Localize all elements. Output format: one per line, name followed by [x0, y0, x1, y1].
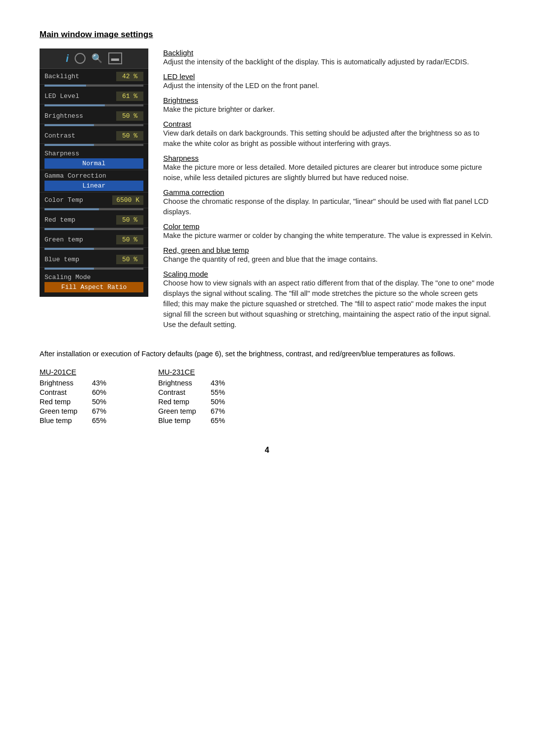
desc-sharpness: Sharpness Make the picture more or less …	[163, 154, 494, 183]
color-temp-label: Color Temp	[44, 196, 83, 204]
desc-backlight: Backlight Adjust the intensity of the ba…	[163, 48, 494, 67]
green-temp-bar-fill	[44, 248, 94, 250]
mu201-green-value: 67%	[92, 407, 114, 415]
led-level-bar-fill	[44, 104, 105, 106]
desc-contrast-title: Contrast	[163, 120, 191, 128]
desc-brightness-title: Brightness	[163, 96, 198, 104]
brightness-row: Brightness 50 %	[40, 108, 148, 126]
circle-icon	[75, 53, 86, 64]
red-temp-bar	[44, 228, 143, 230]
desc-rgb-title: Red, green and blue temp	[163, 246, 249, 254]
bottom-section: After installation or execution of Facto…	[40, 349, 494, 426]
contrast-bar	[44, 144, 143, 146]
green-temp-bar	[44, 248, 143, 250]
desc-backlight-title: Backlight	[163, 48, 193, 57]
desc-gamma-text: Choose the chromatic response of the dis…	[163, 197, 489, 216]
main-content: i 🔍 ▬ Backlight 42 % LED Level 61 %	[40, 48, 494, 335]
mu231-blue-value: 65%	[211, 417, 233, 425]
desc-contrast-text: View dark details on dark backgrounds. T…	[163, 129, 479, 147]
backlight-value: 42 %	[116, 72, 143, 81]
desc-gamma: Gamma correction Choose the chromatic re…	[163, 188, 494, 217]
gamma-label: Gamma Correction	[44, 172, 143, 180]
desc-brightness-text: Make the picture brighter or darker.	[163, 105, 275, 113]
scaling-mode-value: Fill Aspect Ratio	[44, 282, 143, 292]
mu231-green-label: Green temp	[158, 407, 203, 415]
mu201-green-row: Green temp 67%	[40, 407, 119, 415]
color-temp-value: 6500 K	[112, 195, 143, 205]
gamma-row: Gamma Correction Linear	[40, 170, 148, 192]
blue-temp-value: 50 %	[116, 255, 143, 264]
mu201-contrast-value: 60%	[92, 388, 114, 396]
mu231-blue-label: Blue temp	[158, 417, 203, 425]
mu231-title: MU-231CE	[158, 368, 237, 376]
red-temp-label: Red temp	[44, 216, 75, 224]
brightness-label: Brightness	[44, 112, 83, 120]
contrast-bar-fill	[44, 144, 94, 146]
contrast-value: 50 %	[116, 131, 143, 141]
mu231-contrast-value: 55%	[211, 388, 233, 396]
color-temp-bar	[44, 208, 143, 210]
desc-gamma-title: Gamma correction	[163, 188, 224, 196]
sharpness-label: Sharpness	[44, 150, 143, 157]
backlight-bar-fill	[44, 85, 86, 87]
gamma-value: Linear	[44, 181, 143, 191]
blue-temp-bar	[44, 268, 143, 270]
mu231-brightness-value: 43%	[211, 379, 233, 387]
blue-temp-label: Blue temp	[44, 256, 79, 263]
search-icon: 🔍	[91, 53, 102, 64]
color-temp-row: Color Temp 6500 K	[40, 192, 148, 210]
desc-colortemp-text: Make the picture warmer or colder by cha…	[163, 232, 492, 239]
contrast-label: Contrast	[44, 132, 75, 140]
red-temp-bar-fill	[44, 228, 94, 230]
contrast-row: Contrast 50 %	[40, 128, 148, 146]
red-temp-row: Red temp 50 %	[40, 212, 148, 230]
mu201-blue-row: Blue temp 65%	[40, 417, 119, 425]
mu201-red-row: Red temp 50%	[40, 398, 119, 406]
mu201-red-label: Red temp	[40, 398, 84, 406]
desc-backlight-text: Adjust the intensity of the backlight of…	[163, 58, 469, 66]
desc-contrast: Contrast View dark details on dark backg…	[163, 120, 494, 149]
mu201-brightness-row: Brightness 43%	[40, 379, 119, 387]
scaling-mode-label: Scaling Mode	[44, 274, 143, 281]
mu231-contrast-label: Contrast	[158, 388, 203, 396]
mu201-red-value: 50%	[92, 398, 114, 406]
info-icon: i	[66, 53, 69, 64]
mu201-blue-label: Blue temp	[40, 417, 84, 425]
blue-temp-row: Blue temp 50 %	[40, 252, 148, 270]
led-level-value: 61 %	[116, 92, 143, 101]
sharpness-row: Sharpness Normal	[40, 148, 148, 170]
desc-sharpness-title: Sharpness	[163, 154, 199, 162]
desc-colortemp: Color temp Make the picture warmer or co…	[163, 222, 494, 241]
mu231-red-value: 50%	[211, 398, 233, 406]
mu231-contrast-row: Contrast 55%	[158, 388, 237, 396]
ui-panel-header: i 🔍 ▬	[40, 48, 148, 69]
mu231-green-row: Green temp 67%	[158, 407, 237, 415]
mu231-blue-row: Blue temp 65%	[158, 417, 237, 425]
desc-led-text: Adjust the intensity of the LED on the f…	[163, 82, 319, 90]
page-title: Main window image settings	[40, 30, 494, 40]
led-level-row: LED Level 61 %	[40, 89, 148, 106]
menu-icon: ▬	[108, 52, 122, 64]
brightness-bar-fill	[44, 124, 94, 126]
backlight-row: Backlight 42 %	[40, 69, 148, 87]
red-temp-value: 50 %	[116, 215, 143, 225]
green-temp-value: 50 %	[116, 235, 143, 244]
mu231-red-label: Red temp	[158, 398, 203, 406]
color-temp-bar-fill	[44, 208, 99, 210]
mu201-contrast-row: Contrast 60%	[40, 388, 119, 396]
desc-scaling-text: Choose how to view signals with an aspec…	[163, 279, 494, 329]
led-level-bar	[44, 104, 143, 106]
brightness-bar	[44, 124, 143, 126]
desc-rgb-text: Change the quantity of red, green and bl…	[163, 255, 378, 263]
mu201-blue-value: 65%	[92, 417, 114, 425]
mu201-green-label: Green temp	[40, 407, 84, 415]
mu231-table: MU-231CE Brightness 43% Contrast 55% Red…	[158, 368, 237, 426]
desc-scaling-title: Scaling mode	[163, 270, 208, 278]
desc-brightness: Brightness Make the picture brighter or …	[163, 96, 494, 115]
desc-sharpness-text: Make the picture more or less detailed. …	[163, 163, 482, 182]
page-number: 4	[40, 446, 494, 455]
desc-scaling: Scaling mode Choose how to view signals …	[163, 270, 494, 330]
blue-temp-bar-fill	[44, 268, 94, 270]
desc-colortemp-title: Color temp	[163, 222, 199, 231]
green-temp-row: Green temp 50 %	[40, 232, 148, 250]
